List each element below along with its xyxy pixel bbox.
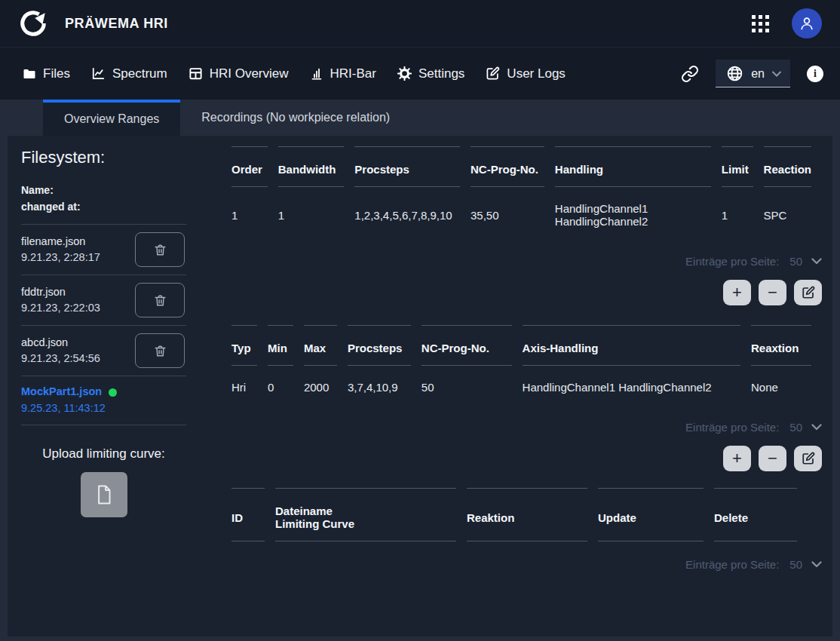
column-header: Bandwidth [278,146,345,187]
edit-range-button[interactable] [794,280,822,305]
curves-table-header: IDDateiname Limiting CurveReaktionUpdate… [231,488,797,541]
page-size-label: Einträge pro Seite: [685,558,779,571]
column-header: Axis-Handling [523,325,740,366]
delete-file-button[interactable] [135,333,185,368]
table-row: Hri020003,7,4,10,950HandlingChannel1 Han… [231,366,811,404]
nav-right-controls: en i [681,60,823,87]
nav-item-spectrum[interactable]: Spectrum [91,66,167,81]
app-title: PRÄWEMA HRI [65,16,168,32]
column-header: Typ [231,325,257,366]
content-panel: Filesystem: Name: changed at: filename.j… [8,136,832,636]
column-header: Reaktion [467,488,587,541]
tab-recordings[interactable]: Recordings (No workpiece relation) [180,100,411,136]
column-header: Reaxtion [751,325,811,366]
table-cell: HandlingChannel1 HandlingChannel2 [523,366,740,404]
nav-label: Files [43,66,70,81]
upload-section: Upload limiting curve: [21,446,186,517]
add-range-button[interactable]: + [723,280,751,305]
nav-item-files[interactable]: Files [23,66,70,81]
link-icon[interactable] [681,65,699,83]
table-row: 111,2,3,4,5,6,7,8,9,1035,50HandlingChann… [231,187,811,238]
page-size-value: 50 [789,421,802,434]
active-file-indicator [109,388,117,397]
nav-item-settings[interactable]: Settings [397,66,464,81]
delete-file-button[interactable] [135,283,185,317]
page-size-select[interactable]: 50 [789,558,822,571]
nav-label: Settings [418,66,464,81]
bar-chart-icon [310,67,323,81]
file-changed-at: 9.25.23, 11:43:12 [21,400,117,417]
file-name: filename.json [21,234,100,250]
table-cell: Hri [231,366,257,404]
praewema-logo-icon [20,10,47,37]
changed-at-label: changed at: [21,199,186,216]
file-item[interactable]: filename.json 9.21.23, 2:28:17 [21,225,186,275]
table-cell: None [751,366,811,404]
table-cell: 1 [231,187,268,238]
column-header: NC-Prog-No. [471,146,544,187]
language-value: en [751,67,765,81]
apps-grid-icon[interactable] [752,15,769,32]
upload-label: Upload limiting curve: [21,446,186,462]
add-limit-button[interactable]: + [723,446,751,471]
edit-square-icon [802,286,815,299]
file-item[interactable]: fddtr.json 9.21.23, 2:22:03 [21,275,186,326]
caret-down-icon [772,71,781,77]
file-name: abcd.json [21,335,100,351]
pagination-curves: Einträge pro Seite: 50 [221,558,822,571]
page-size-value: 50 [789,558,802,571]
column-header: Dateiname Limiting Curve [275,488,456,541]
table-cell: 0 [268,366,293,404]
name-label: Name: [21,182,186,199]
file-icon [93,483,115,506]
table-cell: HandlingChannel1 HandlingChannel2 [555,187,711,238]
info-icon[interactable]: i [807,66,823,82]
filesystem-sidebar: Filesystem: Name: changed at: filename.j… [8,136,194,636]
file-meta: fddtr.json 9.21.23, 2:22:03 [21,284,100,317]
limits-table: TypMinMaxProcstepsNC-Prog-No.Axis-Handli… [221,325,822,404]
column-header: Order [231,146,268,187]
delete-file-button[interactable] [135,232,185,267]
table-icon [189,66,203,81]
nav-item-hri-overview[interactable]: HRI Overview [189,66,289,81]
column-header: Procsteps [348,325,411,366]
chevron-down-icon [811,561,822,568]
limits-actions: + − [221,446,822,471]
file-item-selected[interactable]: MockPart1.json 9.25.23, 11:43:12 [21,376,186,425]
language-select[interactable]: en [716,60,790,87]
ranges-table: OrderBandwidthProcstepsNC-Prog-No.Handli… [221,146,822,238]
limits-table-header: TypMinMaxProcstepsNC-Prog-No.Axis-Handli… [231,325,811,366]
nav-item-user-logs[interactable]: User Logs [486,66,565,81]
page-size-select[interactable]: 50 [789,421,822,434]
remove-range-button[interactable]: − [759,280,786,305]
tab-overview-ranges[interactable]: Overview Ranges [43,100,180,136]
file-item[interactable]: abcd.json 9.21.23, 2:54:56 [21,326,186,376]
user-avatar[interactable] [792,8,822,38]
edit-limit-button[interactable] [794,446,822,471]
file-meta: filename.json 9.21.23, 2:28:17 [21,234,100,267]
table-cell: 35,50 [471,187,544,238]
line-chart-icon [91,66,106,81]
nav-label: User Logs [507,66,565,81]
main-area: OrderBandwidthProcstepsNC-Prog-No.Handli… [194,136,832,636]
page-size-value: 50 [789,255,802,268]
chevron-down-icon [811,424,822,431]
gear-icon [397,66,412,81]
globe-icon [726,65,743,82]
table-cell: SPC [764,187,811,238]
nav-item-hri-bar[interactable]: HRI-Bar [310,66,376,81]
page-size-select[interactable]: 50 [789,255,822,268]
chevron-down-icon [811,258,822,265]
table-cell: 1 [722,187,753,238]
app-window: PRÄWEMA HRI Files Spectrum [0,0,840,641]
ranges-table-body: 111,2,3,4,5,6,7,8,9,1035,50HandlingChann… [231,187,811,238]
tab-strip: Overview Ranges Recordings (No workpiece… [0,100,840,136]
upload-file-button[interactable] [81,472,127,517]
person-icon [798,14,816,32]
file-meta: MockPart1.json 9.25.23, 11:43:12 [21,384,117,417]
edit-square-icon [486,66,500,81]
trash-icon [153,344,167,358]
file-changed-at: 9.21.23, 2:28:17 [21,250,100,266]
remove-limit-button[interactable]: − [759,446,786,471]
ranges-table-header: OrderBandwidthProcstepsNC-Prog-No.Handli… [231,146,811,187]
